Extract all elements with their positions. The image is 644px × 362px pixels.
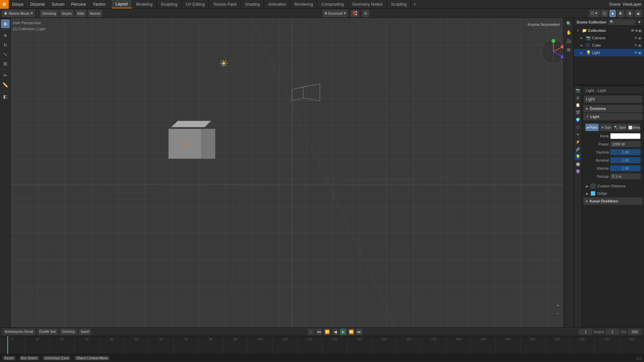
camera-render-icon[interactable]: ◉ xyxy=(638,36,641,40)
tab-modeling[interactable]: Modeling xyxy=(132,0,157,8)
grab-btn[interactable]: ✋ xyxy=(565,28,573,36)
sidebar-toggle-btn[interactable]: 🔍 xyxy=(565,19,573,27)
timeline-playhead[interactable] xyxy=(7,336,8,354)
prop-tab-scene[interactable]: 🎬 xyxy=(575,109,581,116)
tool-cursor[interactable]: ⊕ xyxy=(1,19,10,28)
toolbar-ekle[interactable]: Ekle xyxy=(75,10,86,17)
outliner-item-light[interactable]: ▶ 💡 Light 👁 ◉ xyxy=(574,49,644,56)
camera-view-btn[interactable]: 🎥 xyxy=(565,37,573,45)
current-frame-input[interactable]: 1 xyxy=(579,329,592,335)
prop-tab-shader[interactable]: 🔮 xyxy=(575,168,581,175)
cube-eye-icon[interactable]: 👁 xyxy=(634,44,638,47)
step-back-btn[interactable]: ⏪ xyxy=(324,328,330,335)
tool-scale[interactable]: ⤡ xyxy=(1,50,10,59)
custom-distance-row[interactable]: ▶ Custom Distance xyxy=(583,183,643,189)
shadow-checkbox[interactable]: ✓ xyxy=(591,191,595,196)
tab-texture-paint[interactable]: Texture Paint xyxy=(209,0,241,8)
toolbar-nesne[interactable]: Nesne xyxy=(88,10,103,17)
custom-distance-checkbox[interactable] xyxy=(591,184,595,188)
light-type-point[interactable]: ● Point xyxy=(585,124,599,131)
light-name-input[interactable]: Light xyxy=(584,96,642,103)
power-value[interactable]: 1000 W xyxy=(610,141,641,147)
section-kanal-header[interactable]: ▶ Kanal Özellikleri xyxy=(583,197,643,205)
prop-tab-particles[interactable]: ✦ xyxy=(575,131,581,138)
toolbar-gorunus[interactable]: Görünüş xyxy=(40,10,58,17)
tool-measure[interactable]: 📏 xyxy=(1,80,10,89)
light-type-spot[interactable]: 🔦 Spot xyxy=(613,124,627,131)
record-btn[interactable]: ● xyxy=(308,328,314,335)
tab-shading[interactable]: Shading xyxy=(241,0,264,8)
menu-yardim[interactable]: Yardım xyxy=(90,0,109,8)
light-type-area[interactable]: ⬜ Area xyxy=(627,124,641,131)
proportional-btn[interactable]: ◎ xyxy=(362,10,369,17)
clip-options-btn[interactable]: Kırpma Seçenekleri xyxy=(526,21,561,28)
tab-geometry-nodes[interactable]: Geometry Nodes xyxy=(348,0,387,8)
prop-tab-world[interactable]: 🌍 xyxy=(575,116,581,123)
overlay-btn[interactable]: ⬡▾ xyxy=(589,10,599,17)
menu-pencere[interactable]: Pencere xyxy=(68,0,90,8)
frame-end-input[interactable] xyxy=(628,329,641,335)
tab-sculpting[interactable]: Sculpting xyxy=(157,0,181,8)
light-eye-icon[interactable]: 👁 xyxy=(634,51,638,55)
prop-tab-data[interactable]: 💡 xyxy=(575,153,581,160)
tool-move[interactable]: ✛ xyxy=(1,31,10,40)
feature-set-btn[interactable]: Özellik Seti xyxy=(37,328,58,335)
shadow-row[interactable]: ▶ ✓ Gölge xyxy=(583,190,643,197)
zoom-out-btn[interactable]: − xyxy=(554,310,561,317)
animation-play-btn[interactable]: Animasyonu Oynat xyxy=(3,328,35,335)
menu-duzenle[interactable]: Düzenle xyxy=(27,0,48,8)
tool-annotate[interactable]: ✏ xyxy=(1,71,10,80)
aynasal-value[interactable]: 1.00 xyxy=(610,157,641,163)
nav-gizmo[interactable]: X Y Z xyxy=(540,38,567,65)
rendered-shading-btn[interactable]: ◑ xyxy=(626,10,633,17)
collection-eye-icon[interactable]: 👁 xyxy=(631,29,634,33)
tool-transform[interactable]: ⊞ xyxy=(1,59,10,68)
tab-layout[interactable]: Layout xyxy=(112,0,132,8)
zoom-in-btn[interactable]: + xyxy=(554,302,561,309)
expand-cube-icon[interactable]: ▶ xyxy=(581,44,585,47)
blender-logo[interactable]: B xyxy=(0,0,9,9)
prop-tab-constraints[interactable]: 🔗 xyxy=(575,146,581,153)
jump-end-btn[interactable]: ⏭ xyxy=(356,328,363,335)
prop-tab-render[interactable]: 📷 xyxy=(575,87,581,94)
prop-tab-physics[interactable]: ⚡ xyxy=(575,138,581,145)
tool-add[interactable]: ◧ xyxy=(1,92,10,101)
timeline-view-btn[interactable]: Görünüş xyxy=(60,328,77,335)
step-fwd-btn[interactable]: ⏩ xyxy=(348,328,355,335)
solid-shading-btn[interactable]: ● xyxy=(609,10,616,17)
add-workspace-tab[interactable]: + xyxy=(411,2,419,7)
section-light-header[interactable]: ▼ Light xyxy=(583,113,643,120)
mode-selector[interactable]: ◉ Nesne Modu ▾ xyxy=(2,10,35,17)
outliner-item-cube[interactable]: ▶ ⬡ Cube 👁 ◉ xyxy=(574,42,644,49)
outliner-filter-icon[interactable]: ▼ xyxy=(637,20,641,24)
outliner-search[interactable] xyxy=(608,19,635,25)
tab-uv-editing[interactable]: UV Editing xyxy=(182,0,209,8)
tab-rendering[interactable]: Rendering xyxy=(290,0,317,8)
play-reverse-btn[interactable]: ◀ xyxy=(332,328,338,335)
light-render-icon[interactable]: ◉ xyxy=(638,51,641,55)
expand-camera-icon[interactable]: ▶ xyxy=(581,37,585,40)
viewport-3d[interactable]: User Perspective (1) Collection | Light … xyxy=(11,18,574,327)
render-region-btn[interactable]: ⊞ xyxy=(565,46,573,54)
cube-render-icon[interactable]: ◉ xyxy=(638,44,641,47)
snap-btn[interactable]: 🧲 xyxy=(351,10,359,17)
color-value[interactable] xyxy=(610,133,641,139)
yayilma-value[interactable]: 1.00 xyxy=(610,149,641,155)
collection-render-icon[interactable]: ◉ xyxy=(638,29,641,33)
light-type-sun[interactable]: ☀ Sun xyxy=(599,124,613,131)
material-shading-btn[interactable]: ◐ xyxy=(617,10,625,17)
timeline-track[interactable]: 0 10 20 30 40 50 60 70 80 90 100 110 120… xyxy=(0,336,644,354)
play-btn[interactable]: ▶ xyxy=(340,328,346,335)
frame-start-input[interactable]: 1 xyxy=(606,329,619,335)
menu-sunum[interactable]: Sunum xyxy=(48,0,68,8)
volume-value[interactable]: 1.00 xyxy=(610,165,641,171)
eevee-shading-btn[interactable]: ◒ xyxy=(635,10,642,17)
tab-compositing[interactable]: Compositing xyxy=(317,0,348,8)
marker-btn[interactable]: İşaret xyxy=(79,328,91,335)
section-onizleme-header[interactable]: ▶ Önizleme xyxy=(583,105,643,112)
tool-rotate[interactable]: ↻ xyxy=(1,41,10,49)
jump-start-btn[interactable]: ⏮ xyxy=(316,328,322,335)
transform-orientation[interactable]: ⊕ Evrensel ▾ xyxy=(322,10,348,17)
outliner-item-camera[interactable]: ▶ 📷 Camera 👁 ◉ xyxy=(574,34,644,42)
prop-tab-view-layer[interactable]: 📋 xyxy=(575,102,581,108)
